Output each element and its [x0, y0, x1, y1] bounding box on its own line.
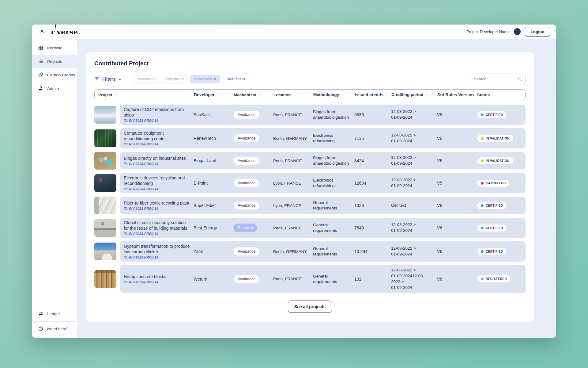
filter-chip-registered[interactable]: Registered	[162, 75, 187, 83]
status-badge: IN VALIDATION	[477, 135, 514, 142]
column-header-location[interactable]: Location↑	[273, 93, 313, 97]
project-thumbnail-iceberg-ocean	[94, 106, 116, 124]
mechanism-badge: Avoidance	[233, 201, 260, 210]
developer-cell: BiogasLand	[194, 158, 233, 163]
project-row[interactable]: Hemp concrete blocksID: RIV-2023-PROJ-14…	[94, 265, 526, 293]
status-dot	[481, 250, 484, 253]
project-row[interactable]: Electronic devices recycling and recondi…	[94, 173, 526, 193]
location-cell: Berlin, GERMANY	[273, 136, 313, 141]
page-title: Contributed Project	[94, 60, 526, 67]
logo-exclamation-mark	[55, 28, 57, 34]
mechanism-badge: Avoidance	[233, 179, 260, 187]
sort-ascending-icon[interactable]: ↑	[293, 93, 295, 97]
project-row[interactable]: Computer equipment reconditionning cente…	[94, 128, 526, 148]
developer-cell: Super Fiber	[194, 203, 233, 208]
column-header-status[interactable]: Status	[477, 93, 525, 97]
column-header-issued-credits[interactable]: Issued credits↑	[355, 92, 391, 97]
status-dot	[481, 204, 484, 207]
sidebar-item-need-help[interactable]: Need help?	[32, 322, 77, 335]
methodology-cell: General requirements	[313, 246, 354, 257]
location-cell: Paris, FRANCE	[273, 113, 313, 117]
transfer-icon	[38, 311, 43, 316]
project-row-content: Gypsum transformation to produce low-car…	[120, 241, 526, 262]
status-badge: CANCELLED	[477, 179, 510, 187]
sort-ascending-icon[interactable]: ↑	[258, 93, 261, 97]
sort-ascending-icon[interactable]: ↑	[425, 92, 428, 98]
project-thumbnail-concrete-blocks	[94, 219, 116, 237]
location-cell: Lyon, FRANCE	[273, 181, 313, 186]
sort-ascending-icon[interactable]: ↑	[115, 93, 117, 97]
status-dot	[481, 137, 484, 140]
column-header-developer[interactable]: Developer↑	[194, 92, 234, 97]
sidebar-item-portfolio[interactable]: Portfolio	[32, 41, 77, 55]
see-all-projects-button[interactable]: See all projects	[288, 301, 332, 313]
project-row-content: Biogas directly on industrial sitesID: R…	[120, 152, 526, 169]
column-header-std-rules-version[interactable]: Std Rules Version	[437, 92, 477, 97]
project-thumbnail-circuit-board	[94, 129, 116, 147]
table-header-row: Project↑Developer↑Mechanism↑Location↑Met…	[94, 89, 526, 100]
sort-ascending-icon[interactable]: ↑	[217, 93, 219, 97]
project-thumbnail-biogas-dome	[94, 243, 116, 260]
std-rules-version-cell: V6	[437, 249, 477, 254]
search-input[interactable]	[470, 74, 526, 84]
issued-credits-cell: 1323	[354, 203, 391, 208]
project-row[interactable]: Global circular economy solution for the…	[94, 218, 526, 238]
project-row[interactable]: Fiber-to-fiber textile recycling plantID…	[94, 197, 526, 214]
developer-cell: RenewTech	[194, 136, 233, 141]
filter-chip-in-validatio[interactable]: In validatio✕	[190, 75, 220, 83]
project-title: Capture of CO2 emissions from ships	[124, 107, 190, 118]
methodology-cell: Biogas from anaerobic digestion	[313, 109, 354, 120]
column-header-project[interactable]: Project↑	[95, 93, 194, 97]
logout-button[interactable]: Logout	[525, 27, 550, 37]
column-header-crediting-period[interactable]: Crediting period↑	[391, 92, 437, 98]
developer-cell: Best Energy	[194, 225, 233, 230]
sidebar-item-carbon-credits[interactable]: Carbon Credits	[32, 68, 77, 82]
clear-filters-link[interactable]: Clear filters	[225, 77, 245, 81]
project-title: Global circular economy solution for the…	[124, 220, 190, 231]
project-row[interactable]: Capture of CO2 emissions from shipsID: R…	[94, 105, 526, 125]
avatar[interactable]	[514, 28, 521, 35]
column-header-mechanism[interactable]: Mechanism↑	[234, 93, 273, 97]
project-row[interactable]: Biogas directly on industrial sitesID: R…	[94, 152, 526, 170]
project-id: ID: RIV-2023-PROJ-14	[124, 142, 190, 146]
developer-cell: E-Point	[194, 181, 233, 186]
sidebar-item-ledger[interactable]: Ledger	[32, 307, 77, 320]
topbar-right: Project Developer Name Logout	[466, 27, 550, 37]
filters-toggle[interactable]: Filters ▲	[94, 76, 121, 82]
std-rules-version-cell: V6	[437, 225, 477, 230]
project-row[interactable]: Gypsum transformation to produce low-car…	[94, 241, 526, 262]
location-cell: Berlin, GERMANY	[273, 249, 313, 254]
close-menu-button[interactable]	[38, 28, 46, 36]
project-title: Gypsum transformation to produce low-car…	[124, 244, 190, 255]
project-thumbnail-industrial-site-aerial	[94, 152, 116, 170]
status-dot	[481, 278, 484, 280]
crediting-period-cell: 12-08-2022 > 01-09-2024	[391, 177, 437, 189]
issued-credits-cell: 6536	[354, 112, 391, 117]
status-badge: CERTIFIED	[477, 248, 507, 255]
project-thumbnail-hemp-blocks	[94, 270, 116, 288]
sort-ascending-icon[interactable]: ↑	[386, 93, 388, 97]
topbar: rverse Project Developer Name Logout	[32, 25, 556, 39]
sort-ascending-icon[interactable]: ↑	[341, 92, 343, 98]
issued-credits-cell: 3424	[354, 158, 391, 163]
close-icon	[40, 29, 45, 35]
location-cell: Paris, FRANCE	[273, 277, 313, 281]
project-id: ID: RIV-2023-PROJ-14	[124, 255, 190, 259]
projects-table: Capture of CO2 emissions from shipsID: R…	[94, 105, 526, 293]
filter-chip-avoidance[interactable]: Avoidance	[134, 75, 159, 83]
methodology-cell: Electronics refurbishing	[313, 178, 354, 189]
project-id: ID: RIV-2023-PROJ-14	[124, 162, 190, 166]
column-header-methodology[interactable]: Methodology↑	[313, 92, 355, 98]
crediting-period-cell: Cell text	[391, 203, 437, 209]
list-icon	[38, 59, 43, 64]
filters-label: Filters	[102, 77, 116, 82]
sidebar-item-projects[interactable]: Projects	[32, 55, 77, 68]
methodology-cell: General requirements	[313, 274, 354, 285]
remove-filter-icon[interactable]: ✕	[214, 77, 216, 81]
methodology-cell: General requirements	[313, 200, 354, 211]
sidebar: PortfolioProjectsCarbon CreditsAdmin Led…	[32, 39, 77, 338]
status-dot	[481, 227, 484, 229]
project-title: Electronic devices recycling and recondi…	[124, 175, 190, 186]
std-rules-version-cell: V5	[437, 112, 477, 117]
sidebar-item-admin[interactable]: Admin	[32, 82, 77, 95]
